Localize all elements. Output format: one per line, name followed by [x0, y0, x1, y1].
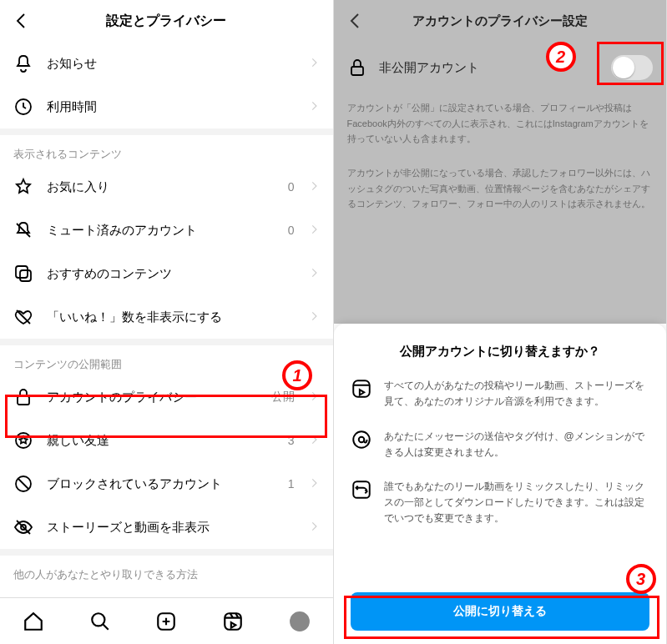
- row-blocked-accounts[interactable]: ブロックされているアカウント 1: [0, 462, 333, 506]
- profile-icon[interactable]: [289, 611, 311, 632]
- privacy-description-2: アカウントが非公開になっている場合、承認したフォロワー以外には、ハッシュタグのつ…: [334, 158, 667, 224]
- row-label: ミュート済みのアカウント: [47, 223, 275, 239]
- sheet-item: すべての人があなたの投稿やリール動画、ストーリーズを見て、あなたのオリジナル音源…: [351, 378, 650, 410]
- chevron-right-icon: [308, 521, 320, 535]
- row-label: 利用時間: [47, 99, 295, 115]
- chevron-right-icon: [308, 477, 320, 491]
- svg-point-14: [358, 436, 364, 442]
- star-circle-icon: [13, 430, 33, 450]
- chevron-right-icon: [308, 180, 320, 194]
- row-value: 3: [288, 434, 295, 447]
- row-label: ストーリーズと動画を非表示: [47, 520, 295, 536]
- header: アカウントのプライバシー設定: [334, 0, 667, 42]
- row-hide-likes[interactable]: 「いいね！」数を非表示にする: [0, 295, 333, 339]
- lock-icon: [13, 387, 33, 407]
- chevron-right-icon: [308, 100, 320, 114]
- eye-off-icon: [13, 517, 33, 537]
- privacy-detail-pane: アカウントのプライバシー設定 非公開アカウント アカウントが「公開」に設定されて…: [334, 0, 668, 644]
- bell-icon: [13, 53, 33, 73]
- row-label: ブロックされているアカウント: [47, 476, 275, 492]
- page-title: アカウントのプライバシー設定: [366, 13, 635, 29]
- sheet-item: あなたにメッセージの送信やタグ付け、@メンションができる人は変更されません。: [351, 429, 650, 460]
- create-icon[interactable]: [155, 611, 177, 632]
- row-favorites[interactable]: お気に入り 0: [0, 165, 333, 209]
- row-account-privacy[interactable]: アカウントのプライバシー 公開: [0, 375, 333, 419]
- back-icon[interactable]: [346, 11, 366, 31]
- suggest-icon: [13, 264, 33, 284]
- row-suggested-content[interactable]: おすすめのコンテンツ: [0, 252, 333, 295]
- row-hide-stories[interactable]: ストーリーズと動画を非表示: [0, 506, 333, 549]
- row-time-spent[interactable]: 利用時間: [0, 85, 333, 128]
- section-header-interaction: 他の人があなたとやり取りできる方法: [0, 549, 333, 586]
- row-label: アカウントのプライバシー: [47, 390, 258, 405]
- header: 設定とプライバシー: [0, 0, 333, 42]
- row-value: 公開: [271, 390, 295, 405]
- clock-icon: [13, 97, 33, 117]
- lock-icon: [347, 58, 367, 78]
- privacy-description-1: アカウントが「公開」に設定されている場合、プロフィールや投稿はFacebook内…: [334, 93, 667, 158]
- chevron-right-icon: [308, 434, 320, 448]
- chevron-right-icon: [308, 310, 320, 325]
- svg-rect-11: [351, 67, 363, 75]
- svg-rect-2: [20, 270, 31, 281]
- home-icon[interactable]: [23, 611, 44, 632]
- remix-icon: [351, 479, 372, 501]
- reels-icon: [351, 378, 372, 400]
- svg-rect-3: [18, 396, 29, 405]
- star-icon: [13, 177, 33, 197]
- section-header-content: 表示されるコンテンツ: [0, 128, 333, 165]
- search-icon[interactable]: [89, 611, 111, 632]
- settings-pane: 設定とプライバシー お知らせ 利用時間 表示されるコンテンツ お気に入り 0 ミ…: [0, 0, 334, 644]
- sheet-item-text: あなたにメッセージの送信やタグ付け、@メンションができる人は変更されません。: [384, 429, 650, 460]
- page-title: 設定とプライバシー: [32, 13, 301, 30]
- row-label: おすすめのコンテンツ: [47, 266, 295, 282]
- switch-to-public-button[interactable]: 公開に切り替える: [351, 592, 650, 631]
- heart-off-icon: [13, 307, 33, 327]
- row-value: 0: [288, 180, 295, 194]
- row-muted-accounts[interactable]: ミュート済みのアカウント 0: [0, 209, 333, 252]
- row-close-friends[interactable]: 親しい友達 3: [0, 419, 333, 462]
- mention-icon: [351, 429, 372, 450]
- section-header-privacy: コンテンツの公開範囲: [0, 339, 333, 375]
- sheet-item-text: 誰でもあなたのリール動画をリミックスしたり、リミックスの一部としてダウンロードし…: [384, 479, 650, 527]
- chevron-right-icon: [308, 267, 320, 281]
- sheet-item-text: すべての人があなたの投稿やリール動画、ストーリーズを見て、あなたのオリジナル音源…: [384, 378, 650, 410]
- sheet-item: 誰でもあなたのリール動画をリミックスしたり、リミックスの一部としてダウンロードし…: [351, 479, 650, 527]
- row-label: 親しい友達: [47, 433, 275, 449]
- row-value: 0: [288, 224, 295, 237]
- bottom-nav: [0, 597, 333, 644]
- row-notifications[interactable]: お知らせ: [0, 42, 333, 85]
- svg-rect-1: [16, 266, 28, 278]
- sheet-title: 公開アカウントに切り替えますか？: [351, 344, 650, 360]
- bell-mute-icon: [13, 220, 33, 240]
- svg-point-10: [290, 611, 310, 631]
- chevron-right-icon: [308, 390, 320, 405]
- reels-icon[interactable]: [222, 611, 244, 632]
- chevron-right-icon: [308, 57, 320, 71]
- row-label: お知らせ: [47, 56, 295, 72]
- private-account-label: 非公開アカウント: [379, 60, 600, 76]
- row-value: 1: [288, 477, 295, 491]
- chevron-right-icon: [308, 224, 320, 238]
- svg-point-7: [92, 613, 104, 626]
- row-label: 「いいね！」数を非表示にする: [47, 309, 295, 325]
- row-label: お気に入り: [47, 179, 275, 195]
- back-icon[interactable]: [12, 11, 32, 31]
- dimmed-background: アカウントのプライバシー設定 非公開アカウント アカウントが「公開」に設定されて…: [334, 0, 667, 324]
- confirmation-sheet: 公開アカウントに切り替えますか？ すべての人があなたの投稿やリール動画、ストーリ…: [334, 324, 667, 644]
- private-account-row: 非公開アカウント: [334, 42, 667, 93]
- block-icon: [13, 474, 33, 494]
- private-account-toggle[interactable]: [611, 55, 653, 80]
